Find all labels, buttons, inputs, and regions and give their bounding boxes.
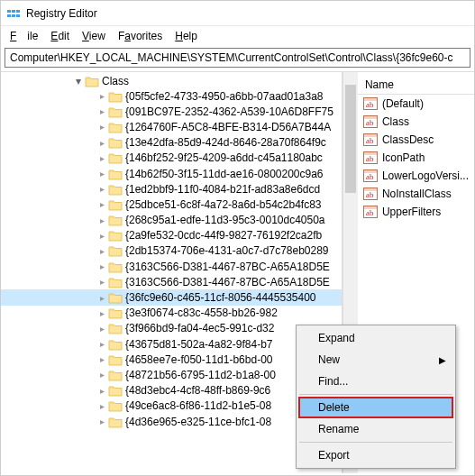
value-name: (Default) [382, 97, 424, 110]
svg-text:ab: ab [366, 154, 374, 163]
tree-node[interactable]: ▸{49ce6ac8-6f86-11d2-b1e5-08 [1, 398, 342, 414]
chevron-right-icon: ▸ [96, 416, 107, 426]
folder-icon [108, 151, 123, 164]
tree-node[interactable]: ▸{05f5cfe2-4733-4950-a6bb-07aad01a3a8 [1, 88, 342, 104]
ctx-separator [299, 394, 452, 395]
tree-node[interactable]: ▸{1264760F-A5C8-4BFE-B314-D56A7B44A [1, 119, 342, 134]
ctx-export[interactable]: Export [298, 444, 453, 466]
chevron-right-icon: ▸ [96, 354, 107, 364]
folder-icon [108, 384, 123, 397]
tree-node[interactable]: ▸{4658ee7e-f050-11d1-b6bd-00 [1, 352, 342, 367]
chevron-right-icon: ▸ [96, 153, 107, 163]
folder-icon [108, 338, 123, 351]
string-value-icon: ab [363, 205, 378, 219]
tree-node[interactable]: ▸{3e3f0674-c83c-4558-bb26-982 [1, 306, 342, 321]
tree-node-class[interactable]: ▾Class [1, 74, 342, 88]
chevron-right-icon: ▸ [96, 169, 107, 178]
context-menu: Expand New▶ Find... Delete Rename Export [296, 325, 456, 469]
chevron-right-icon: ▸ [96, 261, 107, 271]
tree-node[interactable]: ▸{2db15374-706e-4131-a0c7-d7c78eb0289 [1, 243, 342, 259]
value-row[interactable]: abClassDesc [358, 131, 474, 149]
tree-node[interactable]: ▸{146bf252-9f25-4209-a6dd-c45a1180abc [1, 151, 342, 166]
menu-edit[interactable]: Edit [45, 28, 75, 44]
ctx-rename[interactable]: Rename [298, 418, 453, 440]
folder-icon [108, 416, 123, 428]
svg-rect-5 [16, 14, 20, 17]
scrollbar-thumb[interactable] [345, 85, 356, 193]
chevron-right-icon: ▸ [96, 308, 107, 318]
tree-node-label: Class [102, 75, 129, 87]
tree-view[interactable]: ▾Class▸{05f5cfe2-4733-4950-a6bb-07aad01a… [1, 72, 343, 473]
chevron-right-icon: ▸ [96, 246, 107, 256]
folder-icon [108, 214, 123, 226]
tree-node-label: {3163C566-D381-4467-87BC-A65A18D5E [125, 261, 330, 273]
tree-node[interactable]: ▸{1ed2bbf9-11f0-4084-b21f-ad83a8e6dcd [1, 181, 342, 197]
tree-node[interactable]: ▸{268c95a1-edfe-11d3-95c3-0010dc4050a [1, 213, 342, 228]
ctx-delete[interactable]: Delete [298, 397, 453, 418]
folder-icon [108, 105, 123, 118]
tree-node[interactable]: ▸{48d3ebc4-4cf8-48ff-b869-9c6 [1, 383, 342, 398]
value-row[interactable]: abUpperFilters [358, 203, 474, 221]
tree-node-label: {05f5cfe2-4733-4950-a6bb-07aad01a3a8 [125, 90, 324, 103]
tree-node[interactable]: ▸{14b62f50-3f15-11dd-ae16-0800200c9a6 [1, 166, 342, 181]
menu-favorites[interactable]: Favorites [113, 28, 168, 44]
values-column-name[interactable]: Name [358, 76, 474, 95]
svg-rect-1 [12, 10, 15, 13]
value-row[interactable]: abNoInstallClass [358, 185, 474, 203]
tree-node[interactable]: ▸{4d36e965-e325-11ce-bfc1-08 [1, 414, 342, 429]
string-value-icon: ab [363, 114, 378, 129]
tree-node[interactable]: ▸{13e42dfa-85d9-424d-8646-28a70f864f9c [1, 135, 342, 151]
tree-node[interactable]: ▸{36fc9e60-c465-11cf-8056-4445535400 [1, 289, 342, 305]
address-bar[interactable]: Computer\HKEY_LOCAL_MACHINE\SYSTEM\Curre… [5, 48, 470, 68]
value-row[interactable]: ab(Default) [358, 95, 474, 113]
tree-node-label: {3f966bd9-fa04-4ec5-991c-d32 [125, 322, 274, 334]
folder-icon [108, 121, 123, 133]
menu-file[interactable]: File [5, 28, 43, 44]
tree-node[interactable]: ▸{2a9fe532-0cdc-44f9-9827-76192f2ca2fb [1, 228, 342, 243]
tree-node-label: {3163C566-D381-4467-87BC-A65A18D5E [125, 276, 330, 288]
menu-bar: File Edit View Favorites Help [1, 26, 474, 48]
svg-text:ab: ab [366, 172, 374, 181]
ctx-new[interactable]: New▶ [298, 349, 453, 371]
svg-text:ab: ab [366, 136, 374, 145]
tree-node[interactable]: ▸{25dbce51-6c8f-4a72-8a6d-b54c2b4fc83 [1, 197, 342, 212]
chevron-right-icon: ▸ [96, 106, 107, 116]
value-name: IconPath [382, 151, 425, 164]
svg-rect-3 [7, 14, 11, 17]
folder-icon [108, 369, 123, 381]
chevron-right-icon: ▸ [96, 91, 107, 101]
folder-icon [108, 322, 123, 334]
window-title: Registry Editor [26, 7, 97, 20]
title-bar: Registry Editor [1, 1, 474, 26]
folder-icon [108, 399, 123, 412]
tree-node[interactable]: ▸{3163C566-D381-4467-87BC-A65A18D5E [1, 259, 342, 274]
tree-node[interactable]: ▸{091BC97E-2352-4362-A539-10A6D8FF75 [1, 104, 342, 119]
folder-icon [108, 183, 123, 196]
menu-help[interactable]: Help [169, 28, 203, 44]
value-row[interactable]: abLowerLogoVersi... [358, 167, 474, 185]
tree-node-label: {43675d81-502a-4a82-9f84-b7 [125, 338, 272, 351]
ctx-expand[interactable]: Expand [298, 327, 453, 349]
tree-node-label: {25dbce51-6c8f-4a72-8a6d-b54c2b4fc83 [125, 198, 322, 211]
tree-node[interactable]: ▸{3163C566-D381-4467-87BC-A65A18D5E [1, 274, 342, 289]
tree-node-label: {3e3f0674-c83c-4558-bb26-982 [125, 307, 278, 319]
value-row[interactable]: abClass [358, 113, 474, 131]
string-value-icon: ab [363, 133, 378, 147]
folder-icon [108, 276, 123, 288]
chevron-right-icon: ▸ [96, 277, 107, 287]
chevron-right-icon: ▸ [96, 339, 107, 349]
folder-icon [108, 291, 123, 304]
tree-node[interactable]: ▸{43675d81-502a-4a82-9f84-b7 [1, 336, 342, 352]
tree-node[interactable]: ▸{3f966bd9-fa04-4ec5-991c-d32 [1, 321, 342, 336]
string-value-icon: ab [363, 151, 378, 165]
string-value-icon: ab [363, 169, 378, 183]
folder-icon [108, 229, 123, 242]
svg-text:ab: ab [366, 190, 374, 199]
menu-view[interactable]: View [77, 28, 111, 44]
svg-rect-0 [7, 10, 11, 13]
tree-node[interactable]: ▸{48721b56-6795-11d2-b1a8-00 [1, 367, 342, 382]
chevron-right-icon: ▸ [96, 199, 107, 209]
value-row[interactable]: abIconPath [358, 149, 474, 167]
value-name: LowerLogoVersi... [382, 169, 469, 182]
ctx-find[interactable]: Find... [298, 371, 453, 392]
